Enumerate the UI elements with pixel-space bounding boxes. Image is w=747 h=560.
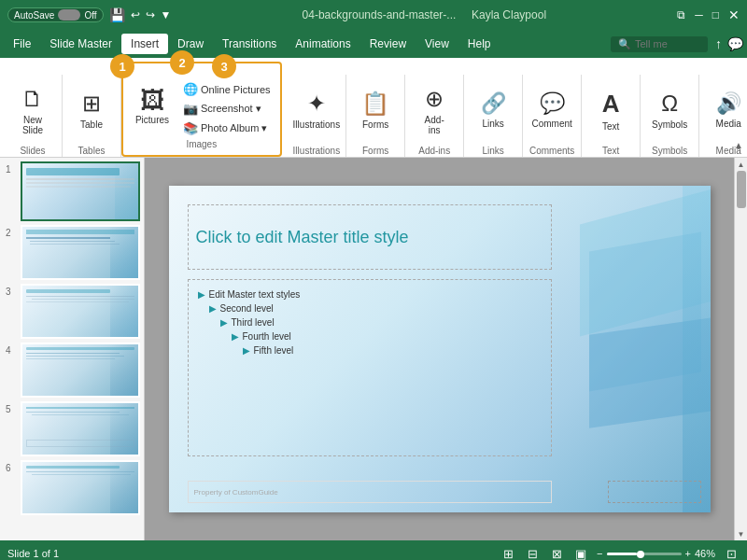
close-button[interactable]: ✕ (728, 7, 740, 22)
slide-thumb-2[interactable] (21, 225, 140, 280)
menu-transitions[interactable]: Transitions (213, 34, 286, 54)
scroll-up-button[interactable]: ▲ (735, 158, 748, 171)
screenshot-icon: 📷 (183, 102, 198, 116)
menu-file[interactable]: File (4, 34, 40, 54)
search-input[interactable] (635, 38, 700, 49)
normal-view-button[interactable]: ⊞ (500, 545, 516, 560)
save-icon[interactable]: 💾 (109, 7, 125, 22)
step-3-bubble: 3 (212, 54, 236, 78)
zoom-slider-thumb[interactable] (637, 551, 644, 558)
new-slide-button[interactable]: 🗋 NewSlide (11, 78, 54, 142)
slide-content-box[interactable]: ▶ Edit Master text styles ▶ Second level… (188, 279, 552, 456)
outline-view-button[interactable]: ⊟ (524, 545, 541, 560)
text-icon: A (602, 90, 620, 119)
window-title: 04-backgrounds-and-master-... Kayla Clay… (303, 8, 546, 21)
slide-panel[interactable]: 1 2 (0, 158, 145, 540)
zoom-plus[interactable]: + (685, 548, 691, 559)
content-text-2: Third level (232, 317, 275, 328)
illustrations-button[interactable]: ✦ Illustrations (295, 78, 338, 142)
comments-icon[interactable]: 💬 (727, 36, 743, 51)
main-area: 1 2 (0, 158, 747, 540)
screenshot-button[interactable]: 📷 Screenshot ▾ (179, 100, 275, 118)
online-pictures-button[interactable]: 🌐 Online Pictures (179, 80, 275, 98)
comment-icon: 💬 (540, 91, 565, 116)
status-bar-left: Slide 1 of 1 (7, 548, 59, 559)
vertical-scrollbar[interactable]: ▲ ▼ (734, 158, 747, 540)
table-icon: ⊞ (82, 91, 101, 117)
addins-group-content: ⊕ Add-ins (411, 75, 458, 146)
zoom-slider-fill (607, 553, 637, 555)
slide-thumb-4[interactable] (21, 343, 140, 398)
minimize-button[interactable]: ─ (695, 8, 703, 21)
media-button[interactable]: 🔊 Media (707, 78, 747, 142)
slide-thumb-wrapper-4: 4 (21, 343, 140, 398)
customize-icon[interactable]: ▼ (161, 8, 172, 21)
photo-album-button[interactable]: 📚 Photo Album ▾ (179, 119, 275, 137)
slide-sorter-button[interactable]: ⊠ (548, 545, 565, 560)
slide-thumb-wrapper-1: 1 (21, 161, 140, 221)
undo-icon[interactable]: ↩ (131, 8, 140, 21)
addins-group-label: Add-ins (411, 146, 458, 159)
images-small-buttons: 🌐 Online Pictures 📷 Screenshot ▾ 📚 Photo… (179, 80, 275, 137)
zoom-slider-track[interactable] (607, 553, 682, 555)
links-button[interactable]: 🔗 Links (472, 78, 514, 142)
menu-insert[interactable]: Insert (121, 34, 168, 54)
menu-view[interactable]: View (416, 34, 458, 54)
addins-icon: ⊕ (425, 86, 444, 112)
slide-info: Slide 1 of 1 (7, 548, 59, 559)
redo-icon[interactable]: ↪ (146, 8, 155, 21)
slide-thumb-wrapper-5: 5 (21, 401, 140, 456)
images-group-label: Images (129, 139, 275, 152)
content-text-1: Second level (220, 303, 274, 314)
slides-group-label: Slides (9, 146, 56, 159)
slide-thumb-3[interactable] (21, 284, 140, 339)
table-button[interactable]: ⊞ Table (70, 78, 113, 142)
slide-number-3: 3 (6, 287, 11, 297)
arrow-1: ▶ (209, 303, 217, 314)
illustrations-label: Illustrations (293, 119, 341, 130)
comment-button[interactable]: 💬 Comment (530, 78, 573, 142)
username: Kayla Claypool (472, 8, 546, 21)
media-group-content: 🔊 Media (705, 75, 747, 146)
menu-animations[interactable]: Animations (286, 34, 359, 54)
forms-group-content: 📋 Forms (352, 75, 399, 146)
menu-slide-master[interactable]: Slide Master (40, 34, 121, 54)
slide-thumb-wrapper-2: 2 (21, 225, 140, 280)
autosave-toggle[interactable] (58, 9, 80, 21)
menu-help[interactable]: Help (458, 34, 500, 54)
pictures-label: Pictures (135, 115, 169, 125)
restore-icon[interactable]: ⧉ (677, 8, 685, 21)
slide-title-box[interactable]: Click to edit Master title style (188, 204, 552, 270)
slide-thumb-1[interactable] (21, 161, 140, 221)
scroll-track[interactable] (735, 171, 748, 527)
search-bar[interactable]: 🔍 (611, 36, 708, 52)
maximize-button[interactable]: □ (712, 8, 719, 21)
scroll-thumb[interactable] (737, 171, 746, 208)
arrow-4: ▶ (243, 345, 250, 356)
reading-view-button[interactable]: ▣ (572, 545, 589, 560)
arrow-0: ▶ (198, 289, 205, 300)
illustrations-icon: ✦ (307, 91, 326, 117)
links-icon: 🔗 (481, 91, 506, 116)
menu-draw[interactable]: Draw (168, 34, 213, 54)
pictures-button[interactable]: 🖼 Pictures (129, 74, 176, 137)
menu-review[interactable]: Review (360, 34, 416, 54)
collapse-ribbon-button[interactable]: ▲ (734, 138, 743, 151)
fit-to-window-button[interactable]: ⊡ (723, 545, 740, 560)
title-bar: AutoSave Off 💾 ↩ ↪ ▼ 04-backgrounds-and-… (0, 0, 747, 30)
autosave-state: Off (84, 10, 96, 21)
zoom-control[interactable]: − + 46% (597, 548, 715, 559)
text-label: Text (602, 121, 619, 132)
slide-decoration (524, 186, 711, 512)
share-icon[interactable]: ↑ (715, 36, 722, 51)
slide-thumb-5[interactable] (21, 401, 140, 456)
slide-thumb-6[interactable] (21, 460, 140, 515)
text-button[interactable]: A Text (589, 78, 632, 142)
addins-button[interactable]: ⊕ Add-ins (413, 78, 456, 142)
addins-label: Add-ins (425, 115, 444, 135)
symbols-button[interactable]: Ω Symbols (648, 78, 691, 142)
autosave-control[interactable]: AutoSave Off (7, 7, 104, 22)
zoom-minus[interactable]: − (597, 548, 602, 559)
forms-button[interactable]: 📋 Forms (354, 78, 397, 142)
scroll-down-button[interactable]: ▼ (735, 527, 748, 540)
